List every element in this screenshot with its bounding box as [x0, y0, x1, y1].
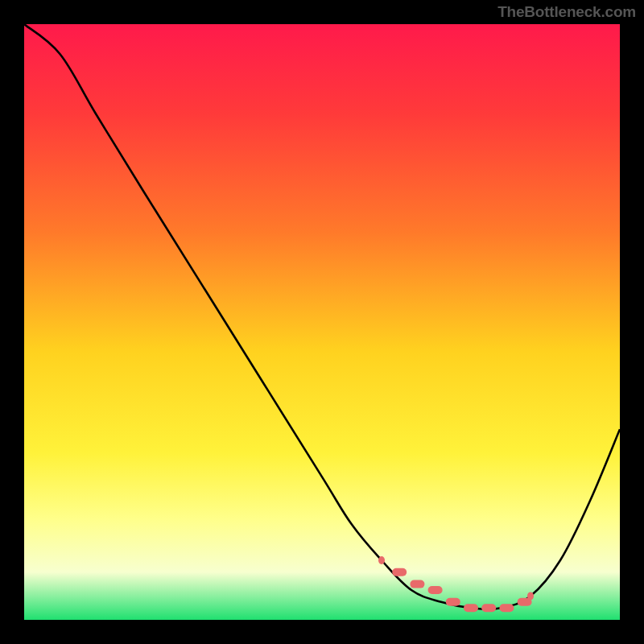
marker-segment	[446, 598, 460, 606]
gradient-background	[24, 24, 620, 620]
marker-segment	[527, 592, 534, 600]
marker-segment	[392, 568, 407, 576]
marker-segment	[410, 580, 424, 588]
marker-segment	[481, 604, 496, 612]
marker-segment	[464, 604, 478, 612]
chart-frame	[24, 24, 620, 620]
watermark-text: TheBottleneck.com	[497, 3, 636, 21]
marker-segment	[499, 604, 514, 612]
marker-segment	[378, 556, 385, 564]
bottleneck-chart	[24, 24, 620, 620]
marker-segment	[428, 586, 443, 594]
